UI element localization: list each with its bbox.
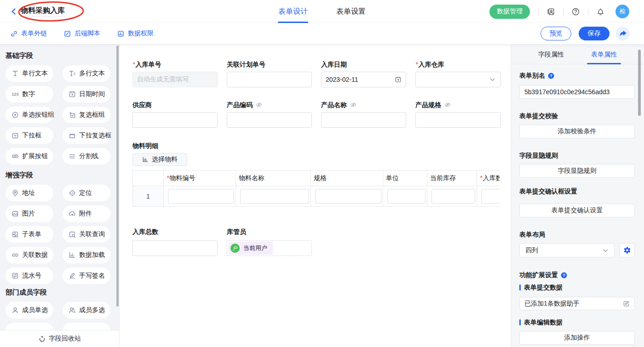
inbound-no-input[interactable]: 自动生成无需填写 (132, 72, 218, 87)
divider (538, 8, 539, 15)
extension-settings-label: 功能扩展设置 ? (519, 272, 635, 279)
field-item-image[interactable]: 图片 (6, 205, 53, 222)
field-item-multiselect[interactable]: 下拉复选框 (63, 127, 110, 144)
bar-chart-icon (142, 156, 149, 163)
select-icon (12, 132, 19, 139)
tab-form-properties-label: 表单属性 (591, 51, 617, 59)
field-warehouse-keeper[interactable]: 库管员 户 当前用户 (227, 228, 312, 256)
bell-icon[interactable] (597, 8, 604, 16)
col-unit[interactable]: 单位 (383, 171, 427, 186)
recycle-icon (39, 336, 46, 342)
form-alias-input[interactable]: 5b3917e0910c0e294c56add3 (519, 85, 635, 99)
field-item-locate[interactable]: 定位 (63, 185, 110, 201)
material-code-input[interactable] (168, 189, 234, 204)
field-supplier[interactable]: 供应商 (132, 102, 218, 128)
question-circle-icon[interactable]: ? (548, 73, 554, 79)
product-name-input[interactable] (321, 112, 406, 128)
field-item-single-text[interactable]: 单行文本 (6, 65, 53, 82)
col-spec[interactable]: 规格 (311, 171, 383, 186)
current-user-tag[interactable]: 户 当前用户 (229, 242, 273, 255)
field-product-spec[interactable]: 产品规格 (415, 102, 500, 128)
plan-no-input[interactable] (227, 72, 312, 87)
data-assistant-value: 已添加1条数据助手 (524, 300, 580, 308)
layout-select[interactable]: 四列 (519, 243, 615, 257)
panel-scrollbar[interactable] (638, 50, 641, 116)
pick-material-button[interactable]: 选择物料 (132, 153, 187, 166)
edit-icon[interactable] (623, 300, 630, 307)
share-button[interactable] (616, 27, 630, 40)
field-item-datetime[interactable]: 日期时间 (63, 86, 110, 102)
warehouse-select[interactable] (415, 72, 500, 87)
save-button[interactable]: 保存 (579, 27, 610, 40)
material-name-input[interactable] (240, 189, 309, 204)
spec-input[interactable] (315, 189, 381, 204)
field-label: 供应商 (132, 102, 152, 108)
col-current-stock[interactable]: 当前库存 (427, 171, 477, 186)
field-inbound-date[interactable]: 入库日期 2023-02-11 (321, 61, 406, 87)
enhanced-fields-grid: 地址 定位 图片 附件 子表单 (6, 185, 114, 284)
sidebar-scrollbar[interactable] (116, 46, 119, 307)
total-qty-input[interactable] (132, 240, 218, 256)
add-action-button[interactable]: 添加操作 (519, 331, 635, 345)
field-item-extend-button[interactable]: 扩展按钮 (6, 148, 53, 165)
field-item-label: 扩展按钮 (22, 152, 48, 160)
field-item-member-multi[interactable]: 成员多选 (63, 302, 110, 319)
data-manage-button[interactable]: 数据管理 (489, 5, 530, 19)
tab-form-design[interactable]: 表单设计 (278, 0, 308, 23)
unit-input[interactable] (387, 189, 426, 204)
help-icon[interactable] (572, 8, 580, 16)
inbound-date-input[interactable]: 2023-02-11 (321, 72, 406, 87)
field-item-radio-group[interactable]: 单选按钮组 (6, 107, 53, 123)
data-assistant-box[interactable]: 已添加1条数据助手 (519, 297, 635, 310)
inbound-qty-input[interactable] (481, 189, 500, 204)
col-material-code[interactable]: *物料编号 (164, 171, 236, 186)
field-product-code[interactable]: 产品编码 (227, 102, 312, 128)
tab-form-properties[interactable]: 表单属性 (591, 45, 617, 64)
subform-header-row: *物料编号 物料名称 规格 单位 当前库存 *入库数量 (133, 171, 500, 186)
tab-field-properties[interactable]: 字段属性 (538, 45, 564, 64)
keeper-member-box[interactable]: 户 当前用户 (227, 240, 312, 256)
eye-off-icon (256, 102, 262, 108)
field-plan-no[interactable]: 关联计划单号 (227, 61, 312, 87)
contact-book-icon[interactable] (547, 8, 555, 16)
layout-settings-button[interactable] (619, 243, 635, 257)
row-index-header (133, 171, 164, 186)
field-item-divider[interactable]: 分割线 (63, 148, 110, 165)
field-item-member-single[interactable]: 成员单选 (6, 302, 53, 319)
field-item-number[interactable]: 123 数字 (6, 86, 53, 102)
field-item-attachment[interactable]: 附件 (63, 205, 110, 222)
field-item-serial[interactable]: 流水号 (6, 267, 53, 284)
supplier-input[interactable] (132, 112, 218, 128)
form-toolbar: 表单外链 后端脚本 数据权限 预览 保存 (0, 23, 644, 45)
product-code-input[interactable] (227, 112, 312, 128)
field-item-subform[interactable]: 子表单 (6, 226, 53, 243)
visibility-rules-button[interactable]: 字段显隐规则 (519, 164, 635, 178)
submit-confirm-button[interactable]: 表单提交确认设置 (519, 204, 635, 217)
user-avatar[interactable]: 检 (615, 5, 629, 18)
field-product-name[interactable]: 产品名称 (321, 102, 406, 128)
field-recycle-bin[interactable]: 字段回收站 (0, 330, 120, 347)
backend-script-item[interactable]: 后端脚本 (64, 29, 100, 38)
col-material-name[interactable]: 物料名称 (236, 171, 311, 186)
field-item-address[interactable]: 地址 (6, 185, 53, 201)
product-spec-input[interactable] (415, 112, 500, 128)
field-total-qty[interactable]: 入库总数 (132, 228, 218, 256)
field-item-signature[interactable]: 手写签名 (63, 267, 110, 284)
field-item-select[interactable]: 下拉框 (6, 127, 53, 144)
field-inbound-no[interactable]: *入库单号 自动生成无需填写 (132, 61, 218, 87)
field-item-linked-data[interactable]: 关联数据 (6, 247, 53, 263)
field-item-checkbox-group[interactable]: 复选框组 (63, 107, 110, 123)
subform-material-detail[interactable]: 物料明细 选择物料 *物料编号 物料名称 规格 单位 当前库存 *入库数量 (132, 142, 500, 207)
col-inbound-qty[interactable]: *入库数量 (477, 171, 500, 186)
field-item-data-load[interactable]: 数据加载 (63, 247, 110, 263)
question-circle-icon[interactable]: ? (561, 272, 567, 279)
field-warehouse[interactable]: *入库仓库 (415, 61, 500, 87)
external-link-item[interactable]: 表单外链 (11, 29, 47, 38)
add-validation-button[interactable]: 添加校验条件 (519, 125, 635, 138)
field-item-multi-text[interactable]: 多行文本 (63, 65, 110, 82)
data-permission-item[interactable]: 数据权限 (117, 29, 154, 38)
current-stock-input[interactable] (431, 189, 475, 204)
preview-button[interactable]: 预览 (540, 27, 571, 40)
tab-form-settings[interactable]: 表单设置 (336, 0, 366, 23)
field-item-lookup[interactable]: 关联查询 (63, 226, 110, 243)
